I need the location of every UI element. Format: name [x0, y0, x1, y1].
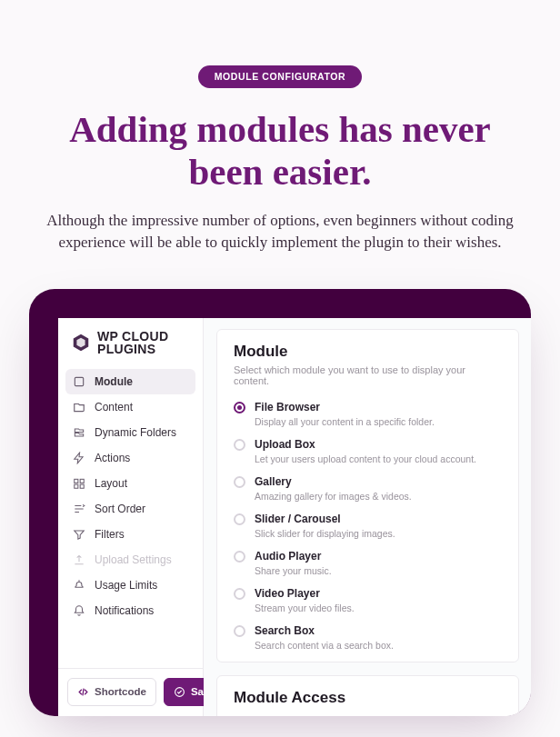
nav-icon	[73, 375, 85, 388]
badge: MODULE CONFIGURATOR	[198, 65, 363, 88]
main-pane: Module Select which module you want to u…	[204, 318, 531, 716]
sidebar-item-label: Upload Settings	[95, 553, 172, 566]
nav-icon	[73, 604, 85, 617]
option-title: Video Player	[255, 587, 355, 601]
check-circle-icon	[174, 686, 185, 698]
svg-rect-1	[75, 479, 78, 483]
nav-icon	[73, 528, 85, 541]
sidebar: WP CLOUD PLUGINS ModuleContentDynamic Fo…	[58, 318, 204, 716]
nav-icon	[73, 503, 85, 515]
radio-icon	[234, 513, 245, 525]
option-title: Slider / Carousel	[255, 513, 395, 526]
sidebar-footer: Shortcode Save	[58, 668, 203, 716]
sidebar-item-label: Notifications	[95, 604, 154, 617]
module-option-gallery[interactable]: GalleryAmazing gallery for images & vide…	[234, 470, 502, 507]
option-title: File Browser	[255, 401, 435, 414]
sidebar-item-sort-order[interactable]: Sort Order	[65, 496, 195, 522]
sidebar-item-label: Usage Limits	[95, 579, 157, 592]
option-title: Search Box	[255, 624, 394, 638]
hero: MODULE CONFIGURATOR Adding modules has n…	[0, 0, 560, 271]
nav-icon	[73, 401, 85, 413]
nav-icon	[73, 579, 85, 592]
module-option-audio-player[interactable]: Audio PlayerShare your music.	[234, 544, 502, 582]
app-window: WP CLOUD PLUGINS ModuleContentDynamic Fo…	[58, 318, 531, 716]
module-option-video-player[interactable]: Video PlayerStream your video files.	[234, 582, 502, 619]
module-option-search-box[interactable]: Search BoxSearch content via a search bo…	[234, 619, 502, 656]
option-desc: Stream your video files.	[255, 603, 355, 613]
radio-icon	[234, 625, 245, 637]
sidebar-item-module[interactable]: Module	[65, 369, 195, 394]
hexagon-icon	[71, 333, 91, 353]
module-option-slider-carousel[interactable]: Slider / CarouselSlick slider for displa…	[234, 507, 502, 544]
nav-icon	[73, 426, 85, 439]
radio-icon	[234, 476, 245, 488]
sidebar-item-label: Dynamic Folders	[95, 426, 176, 439]
svg-rect-4	[80, 484, 84, 488]
sidebar-item-actions[interactable]: Actions	[65, 445, 195, 471]
module-card: Module Select which module you want to u…	[216, 329, 519, 662]
sidebar-item-layout[interactable]: Layout	[65, 471, 195, 496]
radio-icon	[234, 588, 245, 600]
nav-icon	[73, 452, 85, 464]
svg-rect-0	[75, 377, 83, 385]
option-desc: Let your users upload content to your cl…	[255, 453, 476, 464]
sidebar-item-notifications[interactable]: Notifications	[65, 598, 195, 623]
sidebar-item-usage-limits[interactable]: Usage Limits	[65, 573, 195, 598]
sidebar-item-label: Layout	[95, 477, 127, 490]
sidebar-item-label: Module	[95, 375, 133, 388]
radio-icon	[234, 551, 245, 563]
module-title: Module	[234, 343, 502, 361]
radio-icon	[234, 439, 245, 451]
sidebar-item-label: Content	[95, 401, 133, 413]
option-title: Upload Box	[255, 438, 476, 452]
sidebar-item-label: Sort Order	[95, 503, 145, 515]
brand-logo: WP CLOUD PLUGINS	[58, 318, 203, 367]
option-desc: Search content via a search box.	[255, 640, 394, 651]
module-option-upload-box[interactable]: Upload BoxLet your users upload content …	[234, 433, 502, 470]
hero-title: Adding modules has never been easier.	[44, 108, 516, 194]
module-desc: Select which module you want to use to d…	[234, 364, 502, 386]
sidebar-item-filters[interactable]: Filters	[65, 522, 195, 547]
option-title: Audio Player	[255, 550, 332, 563]
option-desc: Slick slider for displaying images.	[255, 528, 395, 539]
nav-icon	[73, 477, 85, 490]
shortcode-label: Shortcode	[95, 687, 146, 698]
option-desc: Display all your content in a specific f…	[255, 416, 435, 427]
sidebar-nav: ModuleContentDynamic FoldersActionsLayou…	[58, 367, 203, 668]
access-title: Module Access	[234, 689, 502, 707]
option-desc: Amazing gallery for images & videos.	[255, 491, 412, 502]
nav-icon	[73, 553, 85, 566]
shortcode-button[interactable]: Shortcode	[67, 678, 156, 706]
option-desc: Share your music.	[255, 565, 332, 576]
sidebar-item-content[interactable]: Content	[65, 394, 195, 420]
sidebar-item-label: Actions	[95, 452, 130, 464]
access-subtitle: Who can see this module?	[234, 713, 502, 716]
screenshot-frame: WP CLOUD PLUGINS ModuleContentDynamic Fo…	[29, 289, 531, 716]
sidebar-item-upload-settings: Upload Settings	[65, 547, 195, 573]
access-card: Module Access Who can see this module? S…	[216, 675, 519, 716]
module-options: File BrowserDisplay all your content in …	[234, 395, 502, 656]
svg-rect-2	[80, 479, 84, 483]
sidebar-item-label: Filters	[95, 528, 125, 541]
option-title: Gallery	[255, 475, 412, 489]
code-icon	[77, 686, 89, 698]
radio-icon	[234, 402, 245, 413]
module-option-file-browser[interactable]: File BrowserDisplay all your content in …	[234, 395, 502, 433]
hero-lead: Although the impressive number of option…	[39, 210, 521, 254]
svg-rect-3	[75, 484, 78, 488]
brand-text: WP CLOUD PLUGINS	[97, 330, 190, 355]
sidebar-item-dynamic-folders[interactable]: Dynamic Folders	[65, 420, 195, 445]
